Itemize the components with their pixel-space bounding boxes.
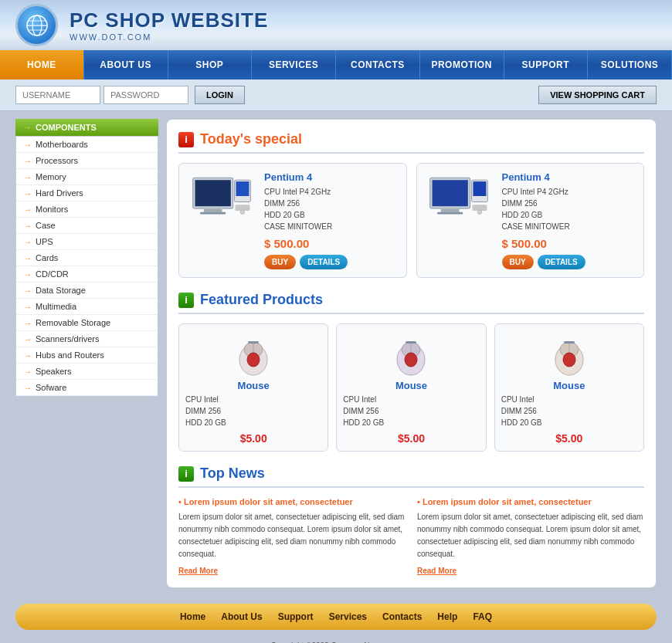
svg-point-20 [477, 209, 482, 214]
featured-3-desc: CPU Intel DIMM 256 HDD 20 GB [501, 394, 637, 428]
featured-3-price: $5.00 [555, 432, 582, 445]
product-1-price: $ 500.00 [264, 237, 399, 250]
nav-support[interactable]: SUPPORT [504, 50, 589, 80]
svg-rect-35 [564, 341, 575, 343]
sidebar-item-case[interactable]: Case [16, 218, 158, 234]
svg-rect-18 [473, 181, 486, 196]
info-icon-news: i [178, 466, 194, 482]
todays-special-grid: Pentium 4 CPU Intel P4 2GHz DIMM 256 HDD… [178, 163, 644, 278]
news-2-read-more[interactable]: Read More [417, 567, 456, 575]
todays-special-header: i Today's special [178, 131, 644, 154]
svg-point-12 [240, 209, 245, 214]
svg-rect-16 [437, 212, 463, 214]
product-1-name: Pentium 4 [264, 171, 399, 183]
news-1-title: Lorem ipsum dolor sit amet, consectetuer [178, 497, 406, 506]
login-form: LOGIN [15, 86, 245, 104]
news-2-title: Lorem ipsum dolor sit amet, consectetuer [417, 497, 644, 506]
footer-help[interactable]: Help [437, 611, 457, 622]
footer-contacts[interactable]: Contacts [382, 611, 422, 622]
featured-1-price: $5.00 [240, 432, 267, 445]
footer: Copyright ©2003 CompanyName.com [0, 638, 672, 643]
featured-product-3: Mouse CPU Intel DIMM 256 HDD 20 GB $5.00 [494, 323, 644, 452]
sidebar-item-multimedia[interactable]: Multimedia [16, 299, 158, 315]
sidebar-list: Motherboards Processors Memory Hard Driv… [15, 136, 158, 397]
main-content: COMPONENTS Motherboards Processors Memor… [0, 111, 672, 596]
nav-promotion[interactable]: PROMOTION [420, 50, 504, 80]
sidebar-item-removable-storage[interactable]: Removable Storage [16, 315, 158, 331]
login-button[interactable]: LOGIN [195, 86, 245, 104]
featured-products-title: Featured Products [200, 292, 323, 308]
product-2-buttons: BUY DETAILS [502, 255, 636, 269]
nav-contacts[interactable]: CONTACTS [336, 50, 420, 80]
top-news-title: Top News [200, 465, 265, 482]
footer-faq[interactable]: FAQ [473, 611, 492, 622]
svg-rect-10 [236, 181, 249, 196]
featured-1-desc: CPU Intel DIMM 256 HDD 20 GB [185, 394, 321, 428]
news-1-body: Lorem ipsum dolor sit amet, consectetuer… [178, 511, 406, 560]
sidebar-item-hubs-routers[interactable]: Hubs and Routers [16, 347, 158, 364]
sidebar-item-sofware[interactable]: Sofware [16, 380, 158, 396]
nav-services[interactable]: SERVICES [252, 50, 336, 80]
product-1-info: Pentium 4 CPU Intel P4 2GHz DIMM 256 HDD… [264, 171, 399, 269]
product-2-details-button[interactable]: DETAILS [538, 255, 585, 269]
nav-home[interactable]: HOME [0, 50, 84, 80]
sidebar-item-processors[interactable]: Processors [16, 153, 158, 169]
footer-home[interactable]: Home [180, 611, 205, 622]
sidebar-item-cdcdr[interactable]: CD/CDR [16, 266, 158, 283]
sidebar-item-monitors[interactable]: Monitors [16, 201, 158, 218]
nav-solutions[interactable]: SOLUTIONS [588, 50, 672, 80]
featured-2-desc: CPU Intel DIMM 256 HDD 20 GB [343, 394, 479, 428]
site-url: WWW.DOT.COM [70, 32, 268, 42]
featured-product-1: Mouse CPU Intel DIMM 256 HDD 20 GB $5.00 [178, 323, 328, 452]
svg-rect-8 [200, 212, 226, 214]
product-1-buy-button[interactable]: BUY [264, 255, 296, 269]
footer-about[interactable]: About Us [221, 611, 262, 622]
news-item-1: Lorem ipsum dolor sit amet, consectetuer… [178, 497, 406, 576]
product-1-desc: CPU Intel P4 2GHz DIMM 256 HDD 20 GB CAS… [264, 186, 399, 232]
featured-product-2: Mouse CPU Intel DIMM 256 HDD 20 GB $5.00 [336, 323, 486, 452]
nav-shop[interactable]: SHOP [168, 50, 253, 80]
svg-point-24 [247, 353, 260, 367]
footer-nav: Home About Us Support Services Contacts … [15, 604, 657, 630]
svg-point-34 [563, 353, 575, 367]
password-input[interactable] [104, 86, 188, 104]
footer-services[interactable]: Services [329, 611, 367, 622]
sidebar-item-scanners[interactable]: Scanners/drivers [16, 331, 158, 347]
news-1-read-more[interactable]: Read More [178, 567, 218, 575]
login-bar: LOGIN VIEW SHOPPING CART [0, 80, 672, 111]
news-2-body: Lorem ipsum dolor sit amet, consectetuer… [417, 511, 644, 560]
featured-1-name: Mouse [238, 380, 270, 391]
sidebar-item-hard-drivers[interactable]: Hard Drivers [16, 185, 158, 201]
header: PC SHOP WEBSITE WWW.DOT.COM [0, 0, 672, 50]
featured-2-name: Mouse [395, 380, 427, 391]
username-input[interactable] [15, 86, 100, 104]
special-product-2: Pentium 4 CPU Intel P4 2GHz DIMM 256 HDD… [416, 163, 645, 278]
sidebar-item-cards[interactable]: Cards [16, 250, 158, 266]
product-2-info: Pentium 4 CPU Intel P4 2GHz DIMM 256 HDD… [502, 171, 636, 269]
todays-special-title: Today's special [200, 131, 302, 147]
content-area: i Today's special [166, 119, 657, 588]
product-1-details-button[interactable]: DETAILS [300, 255, 348, 269]
sidebar-item-motherboards[interactable]: Motherboards [16, 137, 158, 153]
featured-1-image [226, 330, 280, 377]
main-nav: HOME ABOUT US SHOP SERVICES CONTACTS PRO… [0, 50, 672, 80]
featured-3-image [542, 330, 596, 377]
product-2-name: Pentium 4 [502, 171, 636, 183]
logo-icon [15, 4, 58, 46]
site-title: PC SHOP WEBSITE WWW.DOT.COM [70, 8, 268, 42]
product-2-buy-button[interactable]: BUY [502, 255, 534, 269]
svg-rect-30 [406, 341, 416, 343]
news-grid: Lorem ipsum dolor sit amet, consectetuer… [178, 497, 644, 576]
sidebar-item-speakers[interactable]: Speakers [16, 364, 158, 380]
info-icon-red: i [178, 132, 194, 147]
product-2-desc: CPU Intel P4 2GHz DIMM 256 HDD 20 GB CAS… [502, 186, 636, 232]
svg-rect-14 [433, 180, 468, 206]
featured-products-grid: Mouse CPU Intel DIMM 256 HDD 20 GB $5.00 [178, 323, 644, 452]
nav-about[interactable]: ABOUT US [84, 50, 168, 80]
sidebar-item-ups[interactable]: UPS [16, 234, 158, 250]
svg-point-29 [405, 353, 417, 367]
sidebar-item-memory[interactable]: Memory [16, 169, 158, 185]
sidebar-item-data-storage[interactable]: Data Storage [16, 283, 158, 299]
footer-support[interactable]: Support [278, 611, 314, 622]
view-cart-button[interactable]: VIEW SHOPPING CART [538, 86, 657, 104]
